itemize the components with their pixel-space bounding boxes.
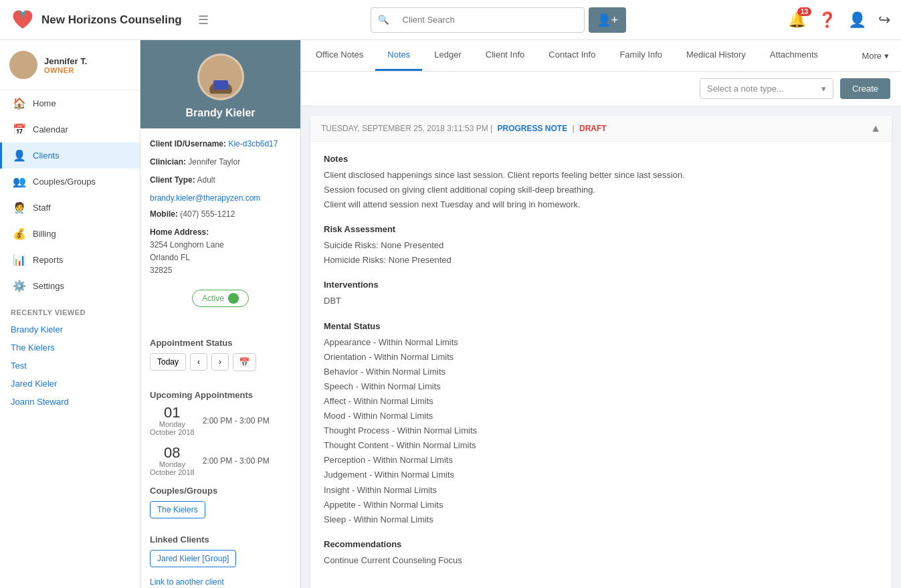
- home-icon: 🏠: [13, 97, 26, 110]
- clinician-label: Clinician:: [150, 157, 186, 167]
- note-collapse-btn-0[interactable]: ▲: [870, 122, 881, 134]
- prev-appt-button[interactable]: ‹: [190, 353, 207, 371]
- recently-viewed-item[interactable]: Jared Kieler: [0, 375, 140, 393]
- sidebar-user: Jennifer T. OWNER: [0, 40, 140, 90]
- recently-viewed-item[interactable]: The Kielers: [0, 338, 140, 357]
- note-section-line: Suicide Risks: None Presented: [324, 238, 878, 253]
- note-section-line: Behavior - Within Normal Limits: [324, 365, 878, 379]
- linked-client-tag[interactable]: Jared Kieler [Group]: [150, 550, 236, 567]
- nav-label-home: Home: [33, 98, 56, 108]
- address-line2: Orlando FL: [150, 252, 291, 264]
- clients-icon: 👤: [13, 149, 26, 162]
- recently-viewed-item[interactable]: Test: [0, 357, 140, 375]
- note-section-line: Homicide Risks: None Presented: [324, 253, 878, 268]
- sidebar-item-clients[interactable]: 👤Clients: [0, 142, 140, 169]
- appointment-date: 08 Monday October 2018: [150, 446, 195, 476]
- sidebar-item-couples[interactable]: 👥Couples/Groups: [0, 169, 140, 195]
- mobile-label: Mobile:: [150, 209, 178, 219]
- notes-area: Office NotesNotesLedgerClient InfoContac…: [301, 40, 901, 588]
- logout-icon[interactable]: ↪: [878, 11, 890, 29]
- appointment-item: 01 Monday October 2018 2:00 PM - 3:00 PM: [150, 405, 291, 436]
- appointment-day-num: 08: [150, 446, 195, 460]
- address-label: Home Address:: [150, 226, 291, 239]
- note-status-0: DRAFT: [579, 124, 607, 133]
- calendar-button[interactable]: 📅: [233, 353, 256, 371]
- recently-viewed-item[interactable]: Joann Steward: [0, 393, 140, 411]
- main-content: Brandy Kieler Client ID/Username: Kie-d3…: [140, 40, 901, 588]
- tab-ledger[interactable]: Ledger: [422, 40, 473, 71]
- tab-client-info[interactable]: Client Info: [474, 40, 537, 71]
- search-input[interactable]: [396, 10, 563, 29]
- sidebar-item-calendar[interactable]: 📅Calendar: [0, 116, 140, 142]
- recently-viewed-item[interactable]: Brandy Kieler: [0, 320, 140, 338]
- avatar-image: [9, 51, 37, 79]
- appointment-day-name: Monday: [150, 420, 195, 428]
- search-icon[interactable]: 🔍: [371, 10, 396, 29]
- next-appt-button[interactable]: ›: [211, 353, 229, 371]
- client-type-value: Adult: [197, 175, 215, 185]
- menu-icon[interactable]: ☰: [198, 13, 209, 27]
- help-icon[interactable]: ❓: [818, 11, 836, 29]
- nav-label-calendar: Calendar: [33, 124, 68, 134]
- sidebar-item-home[interactable]: 🏠Home: [0, 90, 140, 116]
- account-icon[interactable]: 👤: [848, 11, 866, 29]
- more-tab[interactable]: More ▾: [852, 40, 898, 71]
- sidebar-item-settings[interactable]: ⚙️Settings: [0, 273, 140, 299]
- create-button[interactable]: Create: [840, 78, 890, 99]
- note-section-line: Insight - Within Normal Limits: [324, 483, 878, 498]
- sidebar-item-billing[interactable]: 💰Billing: [0, 221, 140, 247]
- tab-attachments[interactable]: Attachments: [758, 40, 830, 71]
- today-button[interactable]: Today: [150, 353, 186, 371]
- recently-viewed-list: Brandy KielerThe KielersTestJared Kieler…: [0, 320, 140, 411]
- client-type-label: Client Type:: [150, 175, 195, 185]
- clinician-value: Jennifer Taylor: [188, 157, 240, 167]
- client-id-value[interactable]: Kie-d3cb6d17: [228, 139, 278, 149]
- search-area: 🔍 👤+: [209, 7, 788, 33]
- sidebar-item-staff[interactable]: 🧑‍⚕️Staff: [0, 195, 140, 221]
- group-tag[interactable]: The Kielers: [150, 501, 205, 518]
- note-section-line: DBT: [324, 294, 878, 308]
- appointment-status-title: Appointment Status: [140, 338, 300, 348]
- note-section-line: Continue Current Counseling Focus: [324, 553, 878, 568]
- note-section-line: Client will attend session next Tuesday …: [324, 197, 878, 212]
- tab-office-notes[interactable]: Office Notes: [304, 40, 375, 71]
- topnav: New Horizons Counseling ☰ 🔍 👤+ 🔔 13 ❓ 👤 …: [0, 0, 901, 40]
- appointment-nav: Today ‹ › 📅: [150, 353, 291, 371]
- note-section-0-3: Mental StatusAppearance - Within Normal …: [324, 321, 878, 527]
- client-address-field: Home Address: 3254 Longhorn Lane Orlando…: [150, 226, 291, 278]
- tab-contact-info[interactable]: Contact Info: [536, 40, 607, 71]
- tab-family-info[interactable]: Family Info: [607, 40, 674, 71]
- client-id-label: Client ID/Username:: [150, 139, 226, 149]
- dropdown-arrow-icon: ▾: [821, 84, 826, 94]
- client-avatar-image: [204, 60, 237, 94]
- link-another-client[interactable]: Link to another client: [150, 577, 224, 587]
- client-id-field: Client ID/Username: Kie-d3cb6d17: [150, 138, 291, 151]
- client-mobile-field: Mobile: (407) 555-1212: [150, 208, 291, 221]
- notifications-button[interactable]: 🔔 13: [788, 11, 806, 29]
- billing-icon: 💰: [13, 227, 26, 240]
- sidebar-item-reports[interactable]: 📊Reports: [0, 247, 140, 273]
- note-section-0-2: InterventionsDBT: [324, 280, 878, 308]
- note-section-line: Session focused on giving client additio…: [324, 183, 878, 197]
- active-badge[interactable]: Active: [192, 290, 249, 307]
- address-zip: 32825: [150, 264, 291, 277]
- note-section-0-4: RecommendationsContinue Current Counseli…: [324, 539, 878, 568]
- appointment-time: 2:00 PM - 3:00 PM: [203, 456, 270, 466]
- user-name: Jennifer T.: [44, 56, 87, 66]
- note-section-line: Sleep - Within Normal Limits: [324, 512, 878, 527]
- appointment-item: 08 Monday October 2018 2:00 PM - 3:00 PM: [150, 446, 291, 476]
- note-type-0[interactable]: PROGRESS NOTE: [497, 124, 567, 133]
- client-email[interactable]: brandy.kieler@therapyzen.com: [150, 193, 260, 203]
- tab-medical-history[interactable]: Medical History: [674, 40, 758, 71]
- note-type-dropdown[interactable]: Select a note type... ▾: [700, 78, 833, 99]
- note-section-title-0-2: Interventions: [324, 280, 878, 290]
- client-avatar: [197, 54, 244, 100]
- nav-items: 🏠Home📅Calendar👤Clients👥Couples/Groups🧑‍⚕…: [0, 90, 140, 299]
- note-card-0: TUESDAY, SEPTEMBER 25, 2018 3:11:53 PM |…: [310, 116, 892, 588]
- add-client-button[interactable]: 👤+: [589, 7, 627, 33]
- nav-label-billing: Billing: [33, 229, 56, 239]
- appointment-month: October 2018: [150, 428, 195, 436]
- address-line1: 3254 Longhorn Lane: [150, 239, 291, 252]
- note-section-line: Affect - Within Normal Limits: [324, 394, 878, 409]
- tab-notes[interactable]: Notes: [375, 40, 422, 71]
